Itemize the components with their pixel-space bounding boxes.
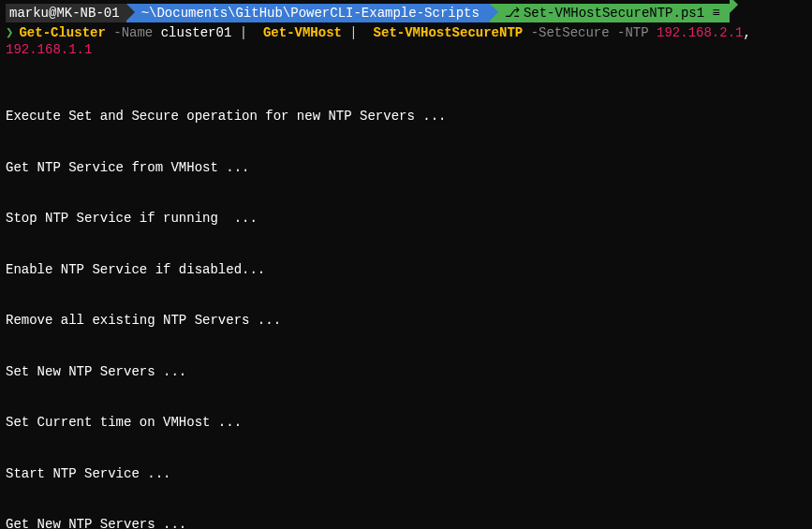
ip-1: 192.168.2.1 [657, 24, 743, 41]
pipe-1: | [240, 24, 247, 41]
branch-icon: ⎇ [505, 5, 520, 22]
prompt-suffix: ≡ [713, 6, 720, 21]
output-line: Execute Set and Secure operation for new… [6, 108, 806, 125]
prompt-path: ~\Documents\GitHub\PowerCLI-Example-Scri… [126, 4, 491, 22]
output-line: Set Current time on VMHost ... [6, 414, 806, 431]
output-line: Start NTP Service ... [6, 465, 806, 482]
cmdlet-set-vmhostsecurentp: Set-VMHostSecureNTP [374, 24, 524, 41]
output-line: Set New NTP Servers ... [6, 363, 806, 380]
output-line: Get NTP Service from VMHost ... [6, 159, 806, 176]
value-cluster01: cluster01 [161, 24, 232, 41]
output-line: Stop NTP Service if running ... [6, 210, 806, 227]
cmdlet-get-vmhost: Get-VMHost [263, 24, 342, 41]
param-name: -Name [113, 24, 153, 41]
output-line: Enable NTP Service if disabled... [6, 261, 806, 278]
ip-2: 192.168.1.1 [6, 41, 92, 58]
cmdlet-get-cluster: Get-Cluster [19, 24, 105, 41]
prompt-arrow: ❯ [6, 24, 13, 41]
pipe-2: | [349, 24, 357, 41]
terminal-output: Execute Set and Secure operation for new… [6, 74, 806, 529]
param-setsecure: -SetSecure [531, 24, 610, 41]
param-ntp: -NTP [617, 24, 649, 41]
output-line: Get New NTP Servers ... [6, 516, 806, 529]
command-line[interactable]: ❯Get-Cluster -Name cluster01 | Get-VMHos… [6, 24, 806, 58]
prompt-file: ⎇Set-VMHostSecureNTP.ps1 ≡ [490, 4, 730, 22]
comma: , [743, 24, 750, 41]
prompt-filename: Set-VMHostSecureNTP.ps1 [524, 6, 704, 21]
output-line: Remove all existing NTP Servers ... [6, 312, 806, 329]
prompt-user: marku@MK-NB-01 [6, 4, 127, 22]
prompt-line: marku@MK-NB-01 ~\Documents\GitHub\PowerC… [6, 4, 806, 22]
